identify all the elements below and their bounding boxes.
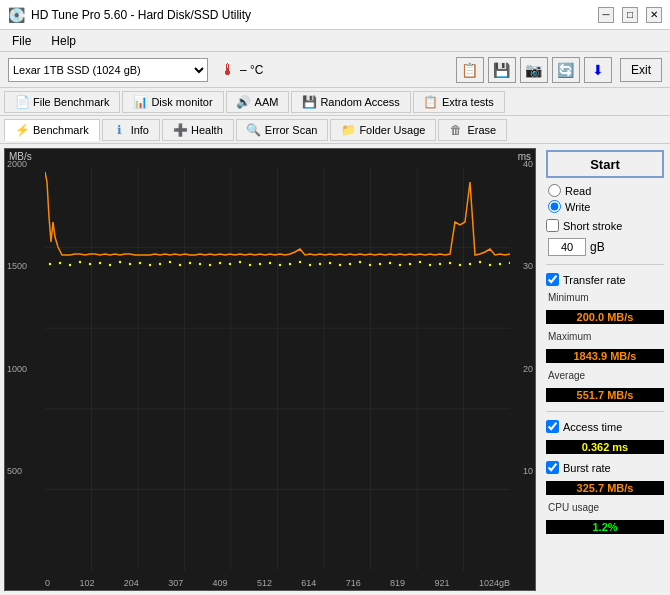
nav-row2: ⚡ Benchmark ℹ Info ➕ Health 🔍 Error Scan…: [0, 116, 670, 144]
y-left-2000: 2000: [7, 159, 43, 169]
svg-point-53: [449, 262, 451, 264]
tab-aam[interactable]: 🔊 AAM: [226, 91, 290, 113]
svg-point-21: [129, 263, 131, 265]
info-icon: ℹ: [113, 123, 127, 137]
svg-point-46: [379, 263, 381, 265]
svg-point-34: [259, 263, 261, 265]
radio-write[interactable]: [548, 200, 561, 213]
svg-point-23: [149, 264, 151, 266]
access-time-label: Access time: [563, 421, 622, 433]
svg-point-43: [349, 263, 351, 265]
toolbar-btn-3[interactable]: 📷: [520, 57, 548, 83]
minimize-button[interactable]: ─: [598, 7, 614, 23]
tab-info-label: Info: [131, 124, 149, 136]
random-access-icon: 💾: [302, 95, 316, 109]
read-label: Read: [565, 185, 591, 197]
burst-rate-checkbox[interactable]: [546, 461, 559, 474]
close-button[interactable]: ✕: [646, 7, 662, 23]
minimum-value: 200.0 MB/s: [546, 310, 664, 324]
burst-rate-checkbox-label[interactable]: Burst rate: [546, 461, 664, 474]
main-content: MB/s ms 2000 1500 1000 500 40 30 20 10: [0, 144, 670, 595]
start-button[interactable]: Start: [546, 150, 664, 178]
tab-extra-tests-label: Extra tests: [442, 96, 494, 108]
thermometer-icon: 🌡: [220, 61, 236, 79]
svg-point-29: [209, 264, 211, 266]
divider-1: [546, 264, 664, 265]
transfer-rate-label: Transfer rate: [563, 274, 626, 286]
menu-file[interactable]: File: [8, 33, 35, 49]
toolbar-btn-5[interactable]: ⬇: [584, 57, 612, 83]
x-label-819: 819: [390, 578, 405, 588]
short-stroke-checkbox[interactable]: [546, 219, 559, 232]
toolbar-btn-2[interactable]: 💾: [488, 57, 516, 83]
radio-read-label[interactable]: Read: [548, 184, 664, 197]
svg-point-13: [49, 263, 51, 265]
toolbar-btn-4[interactable]: 🔄: [552, 57, 580, 83]
right-panel: Start Read Write Short stroke gB Transfe…: [540, 144, 670, 595]
menu-bar: File Help: [0, 30, 670, 52]
access-time-checkbox-label[interactable]: Access time: [546, 420, 664, 433]
cpu-usage-value: 1.2%: [546, 520, 664, 534]
svg-point-20: [119, 261, 121, 263]
title-bar-left: 💽 HD Tune Pro 5.60 - Hard Disk/SSD Utili…: [8, 7, 251, 23]
svg-point-45: [369, 264, 371, 266]
aam-icon: 🔊: [237, 95, 251, 109]
tab-health-label: Health: [191, 124, 223, 136]
x-label-512: 512: [257, 578, 272, 588]
svg-point-54: [459, 264, 461, 266]
radio-read[interactable]: [548, 184, 561, 197]
y-axis-left: 2000 1500 1000 500: [5, 149, 45, 570]
y-left-500: 500: [7, 466, 43, 476]
exit-button[interactable]: Exit: [620, 58, 662, 82]
toolbar: Lexar 1TB SSD (1024 gB) 🌡 – °C 📋 💾 📷 🔄 ⬇…: [0, 52, 670, 88]
y-right-10: 10: [523, 466, 533, 476]
tab-benchmark[interactable]: ⚡ Benchmark: [4, 119, 100, 141]
svg-point-25: [169, 261, 171, 263]
svg-point-50: [419, 261, 421, 263]
svg-point-27: [189, 262, 191, 264]
svg-point-42: [339, 264, 341, 266]
erase-icon: 🗑: [449, 123, 463, 137]
y-right-20: 20: [523, 364, 533, 374]
folder-usage-icon: 📁: [341, 123, 355, 137]
tab-file-benchmark[interactable]: 📄 File Benchmark: [4, 91, 120, 113]
svg-point-51: [429, 264, 431, 266]
svg-point-15: [69, 264, 71, 266]
tab-random-access[interactable]: 💾 Random Access: [291, 91, 410, 113]
menu-help[interactable]: Help: [47, 33, 80, 49]
stroke-value-input[interactable]: [548, 238, 586, 256]
title-bar-controls: ─ □ ✕: [598, 7, 662, 23]
tab-random-access-label: Random Access: [320, 96, 399, 108]
svg-point-59: [509, 262, 510, 264]
svg-point-26: [179, 264, 181, 266]
tab-extra-tests[interactable]: 📋 Extra tests: [413, 91, 505, 113]
svg-point-39: [309, 264, 311, 266]
short-stroke-checkbox-label[interactable]: Short stroke: [546, 219, 664, 232]
x-label-409: 409: [213, 578, 228, 588]
tab-aam-label: AAM: [255, 96, 279, 108]
svg-point-48: [399, 264, 401, 266]
tab-error-scan[interactable]: 🔍 Error Scan: [236, 119, 329, 141]
tab-health[interactable]: ➕ Health: [162, 119, 234, 141]
title-text: HD Tune Pro 5.60 - Hard Disk/SSD Utility: [31, 8, 251, 22]
maximize-button[interactable]: □: [622, 7, 638, 23]
tab-folder-usage[interactable]: 📁 Folder Usage: [330, 119, 436, 141]
tab-disk-monitor[interactable]: 📊 Disk monitor: [122, 91, 223, 113]
x-label-307: 307: [168, 578, 183, 588]
chart-area: MB/s ms 2000 1500 1000 500 40 30 20 10: [4, 148, 536, 591]
app-icon: 💽: [8, 7, 25, 23]
svg-point-55: [469, 263, 471, 265]
x-label-204: 204: [124, 578, 139, 588]
device-select[interactable]: Lexar 1TB SSD (1024 gB): [8, 58, 208, 82]
svg-point-36: [279, 264, 281, 266]
transfer-rate-checkbox-label[interactable]: Transfer rate: [546, 273, 664, 286]
toolbar-btn-1[interactable]: 📋: [456, 57, 484, 83]
tab-erase[interactable]: 🗑 Erase: [438, 119, 507, 141]
access-time-checkbox[interactable]: [546, 420, 559, 433]
svg-point-56: [479, 261, 481, 263]
radio-write-label[interactable]: Write: [548, 200, 664, 213]
transfer-rate-checkbox[interactable]: [546, 273, 559, 286]
y-left-1500: 1500: [7, 261, 43, 271]
tab-info[interactable]: ℹ Info: [102, 119, 160, 141]
nav-row1: 📄 File Benchmark 📊 Disk monitor 🔊 AAM 💾 …: [0, 88, 670, 116]
